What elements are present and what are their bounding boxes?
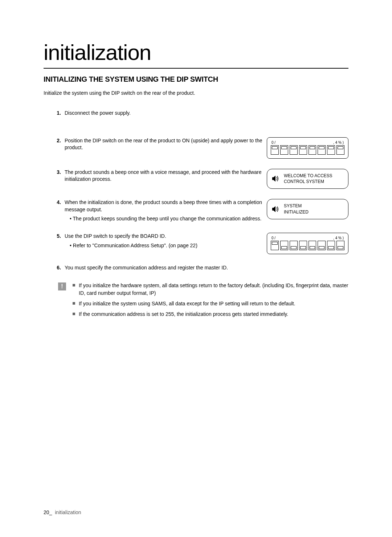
- note-text: If you initialize the hardware system, a…: [79, 282, 348, 297]
- step-1: 1. Disconnect the power supply.: [44, 110, 263, 117]
- dip-handle: [328, 246, 334, 249]
- intro-text: Initialize the system using the DIP swit…: [44, 90, 348, 96]
- sound-icon: [271, 175, 279, 182]
- bullet-icon: [73, 313, 75, 315]
- step-3: 3. The product sounds a beep once with a…: [44, 169, 263, 183]
- sound-icon: [271, 206, 279, 213]
- dip-switch: [309, 241, 317, 250]
- voice-message-box-2: SYSTEM INITIALIZED: [267, 199, 348, 219]
- step-number: 3.: [46, 169, 61, 175]
- dip-handle: [272, 146, 278, 149]
- dip-switch-diagram-2: 0 / , 4 % ): [267, 233, 348, 254]
- dip-handle: [291, 246, 297, 249]
- note-item: If you initialize the hardware system, a…: [73, 282, 348, 297]
- dip-handle: [300, 146, 306, 149]
- note-text: If you initialize the system using SAMS,…: [79, 300, 348, 308]
- voice-message-box-1: WELCOME TO ACCESS CONTROL SYSTEM: [267, 169, 348, 189]
- step-number: 2.: [46, 138, 61, 143]
- step-text: When the initialization is done, the pro…: [65, 199, 262, 212]
- title-underline: [44, 68, 348, 69]
- page-footer: 20_ initialization: [44, 509, 81, 515]
- dip-switch: [280, 145, 288, 155]
- dip-handle: [319, 146, 324, 149]
- dip-switch-diagram-1: 0 / , 4 % ): [267, 137, 348, 159]
- dip-handle: [300, 246, 306, 249]
- step-bullet: • The product keeps sounding the beep un…: [70, 216, 261, 221]
- dip-switch: [336, 241, 344, 250]
- step-4: 4. When the initialization is done, the …: [44, 199, 263, 223]
- dip-handle: [328, 146, 334, 149]
- dip-label-right: , 4 % ): [333, 236, 344, 240]
- dip-switch: [336, 145, 344, 155]
- bullet-icon: [73, 284, 75, 286]
- step-text: The product sounds a beep once with a vo…: [65, 169, 263, 183]
- step-row-6: 6. You must specify the communication ad…: [44, 264, 348, 272]
- dip-switch: [327, 241, 335, 250]
- note-text: If the communication address is set to 2…: [79, 310, 348, 318]
- dip-handle: [310, 246, 315, 249]
- dip-switch: [290, 241, 298, 250]
- step-number: 5.: [46, 233, 61, 239]
- dip-handle: [272, 242, 278, 245]
- msg-line-2: INITIALIZED: [284, 209, 309, 215]
- page-title: initialization: [44, 40, 348, 65]
- dip-switch: [299, 241, 307, 250]
- msg-line-1: SYSTEM: [284, 203, 309, 209]
- step-text: Use the DIP switch to specify the BOARD …: [65, 233, 166, 239]
- dip-handle: [338, 146, 343, 149]
- step-bullet: • Refer to "Communication Address Setup"…: [70, 243, 197, 248]
- step-5: 5. Use the DIP switch to specify the BOA…: [44, 233, 263, 249]
- page-number: 20_: [44, 509, 52, 515]
- dip-switch: [271, 241, 279, 250]
- dip-handle: [319, 246, 324, 249]
- msg-line-2: CONTROL SYSTEM: [284, 179, 332, 185]
- dip-handle: [310, 146, 315, 149]
- dip-switch: [280, 241, 288, 250]
- step-text: Disconnect the power supply.: [65, 110, 263, 117]
- step-text: Position the DIP switch on the rear of t…: [65, 137, 263, 151]
- dip-handle: [338, 246, 343, 249]
- notes-block: ! If you initialize the hardware system,…: [44, 282, 348, 321]
- section-heading: INITIALIZING THE SYSTEM USING THE DIP SW…: [44, 75, 348, 84]
- dip-switch: [299, 145, 307, 155]
- caution-icon: !: [58, 282, 66, 290]
- dip-switch: [309, 145, 317, 155]
- step-row-4: 4. When the initialization is done, the …: [44, 199, 348, 223]
- dip-switch: [290, 145, 298, 155]
- step-row-5: 5. Use the DIP switch to specify the BOA…: [44, 233, 348, 254]
- step-row-1: 1. Disconnect the power supply.: [44, 110, 348, 127]
- step-2: 2. Position the DIP switch on the rear o…: [44, 137, 263, 151]
- dip-switch: [327, 145, 335, 155]
- msg-line-1: WELCOME TO ACCESS: [284, 173, 332, 179]
- step-6: 6. You must specify the communication ad…: [44, 264, 263, 272]
- dip-label-right: , 4 % ): [333, 141, 344, 145]
- dip-handle: [281, 246, 287, 249]
- footer-label: initialization: [55, 509, 81, 515]
- step-row-3: 3. The product sounds a beep once with a…: [44, 169, 348, 189]
- dip-handle: [281, 146, 287, 149]
- bullet-icon: [73, 302, 75, 305]
- step-row-2: 2. Position the DIP switch on the rear o…: [44, 137, 348, 159]
- step-number: 6.: [46, 265, 61, 270]
- dip-label-left: 0 /: [271, 141, 275, 145]
- dip-switch: [318, 145, 326, 155]
- dip-label-left: 0 /: [271, 236, 275, 240]
- dip-switch: [271, 145, 279, 155]
- dip-switch: [318, 241, 326, 250]
- step-text: You must specify the communication addre…: [65, 264, 263, 272]
- step-number: 1.: [46, 110, 61, 116]
- dip-handle: [291, 146, 297, 149]
- note-item: If you initialize the system using SAMS,…: [73, 300, 348, 308]
- step-number: 4.: [46, 199, 61, 205]
- note-item: If the communication address is set to 2…: [73, 310, 348, 318]
